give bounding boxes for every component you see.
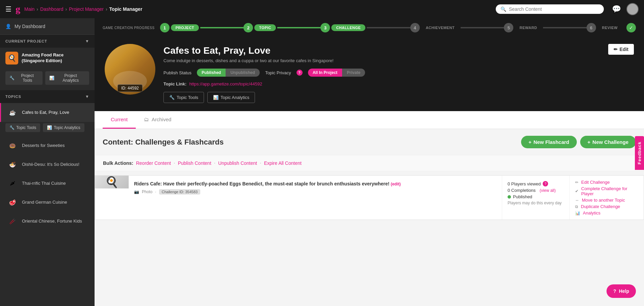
- sidebar-item-thai[interactable]: 🌶 Thai-rrific Thai Cuisine: [0, 174, 95, 193]
- topic-tools-button[interactable]: 🔧 Topic Tools: [5, 123, 40, 132]
- header-icons: 💬: [612, 3, 639, 15]
- complete-challenge-link[interactable]: ✔ Complete Challenge for Player: [575, 186, 638, 196]
- topic-action-buttons: 🔧 Topic Tools 📊 Topic Analytics: [0, 122, 95, 136]
- completions-view-all[interactable]: (view all): [540, 188, 556, 193]
- search-icon: 🔍: [500, 6, 506, 12]
- project-analytics-button[interactable]: 📊 Project Analytics: [45, 71, 89, 85]
- move-topic-link[interactable]: ↔ Move to another Topic: [575, 198, 638, 203]
- topic-name-oishii: Oishii-Desu: It's So Delicious!: [22, 162, 79, 168]
- bulk-publish-link[interactable]: Publish Content: [178, 160, 211, 166]
- new-flashcard-button[interactable]: + New Flashcard: [521, 136, 577, 148]
- breadcrumb-project-manager[interactable]: Project Manager: [69, 6, 104, 12]
- step-3[interactable]: 3 CHALLENGE: [320, 23, 367, 32]
- topic-name-cafes: Cafes to Eat, Pray, Love: [22, 110, 69, 116]
- feedback-tab[interactable]: Feedback: [635, 136, 644, 170]
- publish-status-row: Publish Status Published Unpublished Top…: [163, 69, 634, 77]
- topic-analytics-action-btn[interactable]: 📊 Topic Analytics: [207, 92, 255, 103]
- stat-status-note: Players may do this every day: [508, 201, 564, 205]
- search-bar[interactable]: 🔍: [496, 4, 604, 14]
- chat-icon[interactable]: 💬: [612, 5, 621, 14]
- analytics-link[interactable]: 📊 Analytics: [575, 210, 638, 215]
- topic-tools-action-btn[interactable]: 🔧 Topic Tools: [163, 92, 204, 103]
- chart-icon-action: 📊: [213, 95, 218, 100]
- topic-action-buttons-row: 🔧 Topic Tools 📊 Topic Analytics: [163, 92, 634, 103]
- sidebar-item-oriental[interactable]: 🥢 Oriental Chinese, Fortune Kids: [0, 212, 95, 231]
- topic-name-desserts: Desserts for Sweeties: [22, 143, 65, 149]
- user-avatar[interactable]: [626, 3, 639, 15]
- bulk-actions: Bulk Actions: Reorder Content · Publish …: [95, 155, 644, 171]
- edit-button[interactable]: ✏ Edit: [608, 44, 634, 55]
- topics-chevron[interactable]: ▼: [85, 94, 89, 99]
- content-header: Content: Challenges & Flashcards + New F…: [95, 129, 644, 155]
- current-project-label: CURRENT PROJECT: [5, 39, 47, 43]
- publish-unpublished-btn[interactable]: Unpublished: [226, 69, 260, 77]
- current-project-chevron[interactable]: ▼: [85, 39, 89, 44]
- wrench-icon-action: 🔧: [169, 95, 175, 100]
- chart-icon-small: 📊: [47, 125, 52, 130]
- bulk-unpublish-link[interactable]: Unpublish Content: [218, 160, 257, 166]
- current-project-header: CURRENT PROJECT ▼: [0, 35, 95, 48]
- help-button[interactable]: ? Help: [607, 284, 636, 298]
- progress-bar: GAME CREATION PROGRESS 1 PROJECT 2 TOPIC…: [95, 18, 644, 37]
- players-viewed-question[interactable]: ?: [543, 181, 548, 186]
- step-6[interactable]: 6 REVIEW: [587, 23, 624, 32]
- topic-thumb-cafes: ☕: [6, 106, 19, 119]
- topic-description: Come indulge in desserts, dishes and a c…: [163, 58, 634, 63]
- topic-name-oriental: Oriental Chinese, Fortune Kids: [22, 219, 82, 224]
- tab-current[interactable]: Current: [103, 111, 136, 129]
- step-line-3-4: [367, 27, 410, 28]
- sidebar-item-desserts[interactable]: 🍩 Desserts for Sweeties: [0, 136, 95, 155]
- sidebar-item-german[interactable]: 🥩 Grand German Cuisine: [0, 193, 95, 212]
- step-4[interactable]: 4 ACHIEVEMENT: [410, 23, 461, 32]
- privacy-all-btn[interactable]: All In Project: [308, 69, 342, 77]
- content-area: GAME CREATION PROGRESS 1 PROJECT 2 TOPIC…: [95, 18, 644, 306]
- new-challenge-button[interactable]: + New Challenge: [580, 136, 636, 148]
- progress-label: GAME CREATION PROGRESS: [103, 26, 155, 30]
- bulk-expire-link[interactable]: Expire All Content: [264, 160, 302, 166]
- project-tools-button[interactable]: 🔧 Project Tools: [5, 71, 43, 85]
- publish-published-btn[interactable]: Published: [197, 69, 226, 77]
- tab-archived[interactable]: 🗂 Archived: [136, 111, 179, 129]
- sidebar-my-dashboard[interactable]: 👤 My Dashboard: [0, 18, 95, 35]
- step-2[interactable]: 2 TOPIC: [243, 23, 277, 32]
- project-name: Amazing Food Race(Singapore Edition): [22, 52, 63, 64]
- step-circle-6: 6: [587, 23, 596, 32]
- privacy-toggle: All In Project Private: [308, 69, 365, 77]
- challenge-body: Riders Cafe: Have their perfectly-poache…: [129, 176, 502, 220]
- challenge-edit-link[interactable]: (edit): [391, 182, 401, 186]
- sidebar-item-cafes[interactable]: ☕ Cafes to Eat, Pray, Love: [0, 103, 95, 122]
- plus-icon-challenge: +: [588, 139, 591, 145]
- step-circle-3: 3: [320, 23, 330, 32]
- hamburger-menu[interactable]: ☰: [5, 5, 11, 13]
- breadcrumb-main[interactable]: Main: [24, 6, 34, 12]
- breadcrumb-topic-manager: Topic Manager: [109, 6, 143, 12]
- privacy-question-icon[interactable]: ?: [297, 70, 303, 76]
- privacy-private-btn[interactable]: Private: [342, 69, 365, 77]
- app-header: ☰ g Main › Dashboard › Project Manager ›…: [0, 0, 644, 18]
- stat-published: Published: [508, 194, 564, 199]
- topic-analytics-button[interactable]: 📊 Topic Analytics: [43, 123, 84, 132]
- content-actions: + New Flashcard + New Challenge: [521, 136, 636, 148]
- bulk-reorder-link[interactable]: Reorder Content: [136, 160, 171, 166]
- step-5[interactable]: 5 REWARD: [504, 23, 543, 32]
- challenge-image: 🍳: [95, 176, 129, 188]
- step-line-4-5: [461, 27, 504, 28]
- edit-challenge-icon: ✏: [575, 180, 578, 185]
- step-circle-1: 1: [160, 23, 170, 32]
- challenge-meta: 📷 Photo · Challenge ID: 354583: [134, 189, 496, 195]
- published-dot: [508, 195, 511, 199]
- project-info: 🍳 Amazing Food Race(Singapore Edition): [0, 48, 95, 69]
- tabs-section: Current 🗂 Archived: [95, 111, 644, 129]
- edit-challenge-link[interactable]: ✏ Edit Challenge: [575, 180, 638, 185]
- topic-thumb-desserts: 🍩: [6, 139, 19, 152]
- challenge-title: Riders Cafe: Have their perfectly-poache…: [134, 181, 496, 186]
- breadcrumb-dashboard[interactable]: Dashboard: [40, 6, 63, 12]
- step-1[interactable]: 1 PROJECT: [160, 23, 200, 32]
- topic-link-url[interactable]: https://app.gametize.com/topic/44592: [189, 81, 262, 86]
- duplicate-challenge-link[interactable]: ⧉ Duplicate Challenge: [575, 204, 638, 209]
- topic-thumb-oriental: 🥢: [6, 215, 19, 227]
- sidebar-item-oishii[interactable]: 🍜 Oishii-Desu: It's So Delicious!: [0, 155, 95, 174]
- topic-id-badge: ID: 44592: [118, 84, 143, 92]
- search-input[interactable]: [509, 6, 599, 12]
- stat-players-viewed: 0 Players viewed ?: [508, 181, 564, 186]
